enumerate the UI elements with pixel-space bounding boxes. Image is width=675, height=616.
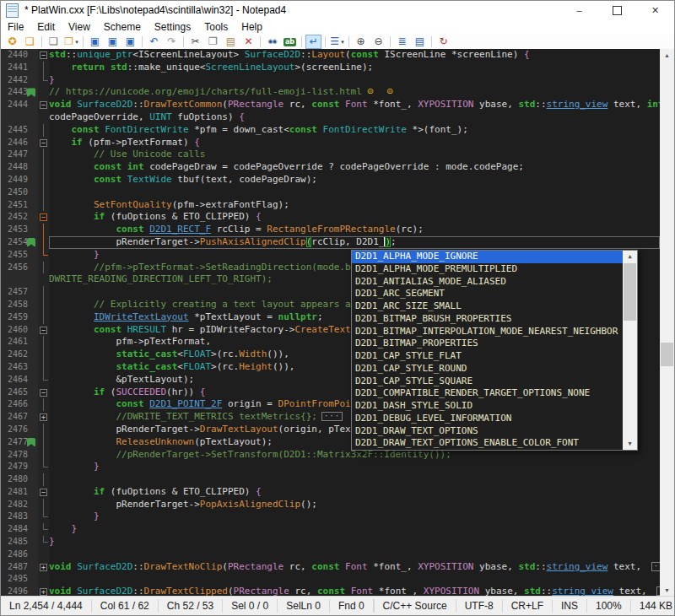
save-button[interactable]: ▣	[87, 35, 103, 49]
fold-margin[interactable]	[38, 573, 49, 586]
code-line-2452[interactable]: 2452− if (fuOptions & ETO_CLIPPED) {	[1, 211, 660, 224]
scroll-down-icon[interactable]: ▼	[660, 584, 674, 597]
autocomplete-scroll-up-icon[interactable]: ▲	[623, 251, 637, 262]
autocomplete-item[interactable]: D2D1_DRAW_TEXT_OPTIONS	[352, 425, 623, 438]
menu-item-help[interactable]: Help	[235, 20, 269, 34]
autocomplete-item[interactable]: D2D1_COMPATIBLE_RENDER_TARGET_OPTIONS_NO…	[352, 387, 623, 400]
code-line-2479[interactable]: 2479 }	[1, 461, 660, 473]
fold-expand-icon[interactable]: +	[40, 413, 47, 421]
code-line-2481[interactable]: 2481− if (fuOptions & ETO_CLIPPED) {	[1, 486, 660, 499]
code-line-2483[interactable]: 2483 }	[1, 511, 660, 523]
menu-item-tools[interactable]: Tools	[197, 20, 235, 34]
autocomplete-item[interactable]: D2D1_BITMAP_BRUSH_PROPERTIES	[352, 313, 623, 326]
code-line-2443[interactable]: 2443// https://unicode.org/emoji/charts/…	[1, 86, 660, 99]
fold-margin[interactable]: −	[38, 99, 49, 111]
fold-margin[interactable]	[38, 349, 49, 361]
fold-collapse-icon[interactable]: −	[40, 139, 47, 147]
fold-collapse-icon[interactable]: −	[40, 51, 47, 59]
code-line-2485[interactable]: 2485}	[1, 536, 660, 548]
fold-margin[interactable]	[38, 361, 49, 374]
menu-item-settings[interactable]: Settings	[148, 20, 197, 34]
scheme-select-button[interactable]: ☰▾	[329, 35, 345, 49]
fold-margin[interactable]	[38, 374, 49, 386]
fold-margin[interactable]	[38, 523, 49, 536]
scroll-up-icon[interactable]: ▲	[660, 49, 674, 62]
autocomplete-item[interactable]: D2D1_ARC_SEGMENT	[352, 288, 623, 300]
fold-margin[interactable]: +	[38, 411, 49, 424]
menu-item-view[interactable]: View	[62, 20, 97, 34]
autocomplete-item[interactable]: D2D1_ANTIALIAS_MODE_ALIASED	[352, 276, 623, 289]
code-line-2449[interactable]: 2449 const TextWide tbuf(text, codePageD…	[1, 174, 660, 186]
autocomplete-item[interactable]: D2D1_CAP_STYLE_FLAT	[352, 350, 623, 363]
fold-margin[interactable]	[38, 473, 49, 486]
fold-margin[interactable]: −	[38, 49, 49, 62]
autocomplete-list[interactable]: D2D1_ALPHA_MODE_IGNORED2D1_ALPHA_MODE_PR…	[352, 251, 623, 450]
fold-margin[interactable]: −	[38, 486, 49, 499]
code-line-2448[interactable]: 2448 const int codePageDraw = codePageOv…	[1, 161, 660, 174]
fold-margin[interactable]	[38, 286, 49, 299]
favorites-button[interactable]: ✪	[4, 35, 20, 49]
fold-margin[interactable]	[38, 224, 49, 236]
code-line-2487[interactable]: 2487+void SurfaceD2D::DrawTextNoClip(PRe…	[1, 561, 660, 574]
fold-expand-icon[interactable]: +	[40, 564, 47, 571]
minimize-button[interactable]: –	[560, 1, 598, 19]
code-line-2495[interactable]: 2495	[1, 573, 660, 586]
autocomplete-item[interactable]: D2D1_ALPHA_MODE_IGNORE	[352, 251, 623, 263]
view-scheme-button[interactable]: ≣	[394, 35, 410, 49]
new-file-button[interactable]: ❏	[46, 35, 62, 49]
autocomplete-item[interactable]: D2D1_DRAW_TEXT_OPTIONS_ENABLE_COLOR_FONT	[352, 437, 623, 450]
autocomplete-item[interactable]: D2D1_BITMAP_INTERPOLATION_MODE_NEAREST_N…	[352, 326, 623, 338]
redo-button[interactable]: ↷	[164, 35, 180, 49]
fold-margin[interactable]	[38, 124, 49, 137]
fold-margin[interactable]	[38, 299, 49, 311]
fold-margin[interactable]: −	[38, 137, 49, 149]
menu-item-scheme[interactable]: Scheme	[97, 20, 148, 34]
fold-margin[interactable]: −	[38, 211, 49, 224]
fold-margin[interactable]	[38, 111, 49, 124]
fold-margin[interactable]	[38, 336, 49, 349]
save-as-button[interactable]: ▣	[105, 35, 121, 49]
zoom-out-button[interactable]: ⊖	[370, 35, 386, 49]
code-line-2484[interactable]: 2484 }	[1, 523, 660, 536]
code-line-2447[interactable]: 2447 // Use Unicode calls	[1, 149, 660, 161]
fold-collapse-icon[interactable]: −	[40, 489, 47, 496]
replace-button[interactable]: ab	[282, 35, 298, 49]
code-line-2445[interactable]: 2445 const FontDirectWrite *pfm = down_c…	[1, 124, 660, 137]
fold-margin[interactable]	[38, 199, 49, 212]
fold-collapse-icon[interactable]: −	[40, 327, 47, 334]
fold-expand-icon[interactable]: +	[40, 588, 47, 596]
autocomplete-item[interactable]: D2D1_ARC_SIZE_SMALL	[352, 300, 623, 313]
code-line-2444-wrap[interactable]: codePageOverride, UINT fuOptions) {	[1, 111, 660, 124]
word-wrap-button[interactable]: ↵	[305, 35, 321, 49]
code-line-2453[interactable]: 2453 const D2D1_RECT_F rcClip = Rectangl…	[1, 224, 660, 236]
code-line-2486[interactable]: 2486	[1, 548, 660, 561]
fold-margin[interactable]	[38, 262, 49, 274]
fold-margin[interactable]	[38, 449, 49, 462]
fold-collapse-icon[interactable]: −	[40, 101, 47, 109]
open-file-button[interactable]: ❒▾	[63, 35, 79, 49]
delete-button[interactable]: ✕	[240, 35, 256, 49]
zoom-in-button[interactable]: ⊕	[353, 35, 369, 49]
save-all-button[interactable]: ▣	[122, 35, 138, 49]
code-line-2442[interactable]: 2442}	[1, 74, 660, 87]
autocomplete-scroll-down-icon[interactable]: ▼	[623, 438, 637, 450]
copy-button[interactable]: ❐	[205, 35, 221, 49]
customize-scheme-button[interactable]: ▤	[412, 35, 428, 49]
close-button[interactable]: ✕	[636, 1, 674, 19]
fold-margin[interactable]	[38, 536, 49, 548]
fold-margin[interactable]	[38, 273, 49, 286]
autocomplete-item[interactable]: D2D1_ALPHA_MODE_PREMULTIPLIED	[352, 263, 623, 276]
fold-margin[interactable]	[38, 74, 49, 87]
fold-margin[interactable]: −	[38, 386, 49, 399]
fold-margin[interactable]	[38, 436, 49, 449]
fold-margin[interactable]	[38, 86, 49, 99]
browse-files-button[interactable]: ❑	[22, 35, 38, 49]
fold-margin[interactable]	[38, 149, 49, 161]
exit-button[interactable]: ↻	[435, 35, 451, 49]
code-line-2441[interactable]: 2441 return std::make_unique<ScreenLineL…	[1, 62, 660, 74]
fold-margin[interactable]	[38, 62, 49, 74]
fold-margin[interactable]	[38, 461, 49, 473]
cut-button[interactable]: ✂	[187, 35, 203, 49]
fold-margin[interactable]	[38, 398, 49, 411]
fold-margin[interactable]	[38, 311, 49, 324]
